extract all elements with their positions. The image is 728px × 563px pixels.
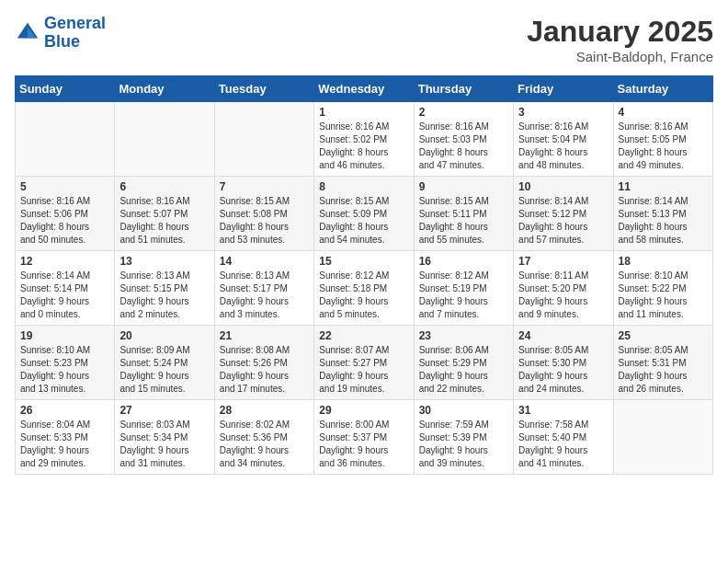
calendar-cell: 25Sunrise: 8:05 AM Sunset: 5:31 PM Dayli… [613,326,712,400]
calendar-cell: 24Sunrise: 8:05 AM Sunset: 5:30 PM Dayli… [514,326,613,400]
calendar-cell: 23Sunrise: 8:06 AM Sunset: 5:29 PM Dayli… [414,326,513,400]
calendar-cell [16,102,115,177]
day-number: 31 [518,404,608,417]
day-number: 18 [619,255,708,268]
calendar-cell: 7Sunrise: 8:15 AM Sunset: 5:08 PM Daylig… [214,177,313,251]
calendar-cell [214,102,313,177]
day-number: 1 [319,106,408,119]
day-number: 13 [119,255,209,268]
day-info: Sunrise: 8:12 AM Sunset: 5:19 PM Dayligh… [419,270,508,321]
day-info: Sunrise: 8:12 AM Sunset: 5:18 PM Dayligh… [319,270,408,321]
calendar-cell: 2Sunrise: 8:16 AM Sunset: 5:03 PM Daylig… [414,102,513,177]
weekday-header: Monday [115,76,214,102]
day-number: 2 [419,106,508,119]
day-number: 19 [20,329,109,342]
calendar-cell: 19Sunrise: 8:10 AM Sunset: 5:23 PM Dayli… [16,326,115,400]
calendar-week-row: 19Sunrise: 8:10 AM Sunset: 5:23 PM Dayli… [16,326,713,400]
day-info: Sunrise: 8:16 AM Sunset: 5:02 PM Dayligh… [319,121,408,172]
day-number: 22 [319,329,408,342]
calendar-cell: 6Sunrise: 8:16 AM Sunset: 5:07 PM Daylig… [115,177,214,251]
calendar-week-row: 5Sunrise: 8:16 AM Sunset: 5:06 PM Daylig… [16,177,713,251]
day-number: 23 [419,329,508,342]
calendar-cell: 16Sunrise: 8:12 AM Sunset: 5:19 PM Dayli… [414,251,513,326]
calendar-cell: 17Sunrise: 8:11 AM Sunset: 5:20 PM Dayli… [514,251,613,326]
day-info: Sunrise: 8:07 AM Sunset: 5:27 PM Dayligh… [319,344,408,396]
calendar-cell: 8Sunrise: 8:15 AM Sunset: 5:09 PM Daylig… [314,177,414,251]
logo-line1: General [44,14,106,32]
day-number: 26 [20,404,109,417]
weekday-header: Saturday [613,76,712,102]
calendar-cell: 30Sunrise: 7:59 AM Sunset: 5:39 PM Dayli… [414,400,513,475]
day-info: Sunrise: 8:15 AM Sunset: 5:11 PM Dayligh… [419,195,508,247]
day-info: Sunrise: 8:16 AM Sunset: 5:05 PM Dayligh… [619,121,708,172]
day-number: 27 [119,404,209,417]
calendar-cell: 18Sunrise: 8:10 AM Sunset: 5:22 PM Dayli… [613,251,712,326]
day-info: Sunrise: 7:58 AM Sunset: 5:40 PM Dayligh… [518,419,608,470]
day-number: 24 [518,329,608,342]
calendar-cell: 9Sunrise: 8:15 AM Sunset: 5:11 PM Daylig… [414,177,513,251]
weekday-header: Thursday [414,76,513,102]
calendar-cell: 31Sunrise: 7:58 AM Sunset: 5:40 PM Dayli… [514,400,613,475]
day-info: Sunrise: 8:14 AM Sunset: 5:13 PM Dayligh… [619,195,708,247]
calendar-cell [115,102,214,177]
day-number: 21 [220,329,309,342]
day-number: 4 [619,106,708,119]
calendar-cell: 26Sunrise: 8:04 AM Sunset: 5:33 PM Dayli… [16,400,115,475]
logo-text: General Blue [44,15,106,52]
day-info: Sunrise: 8:16 AM Sunset: 5:03 PM Dayligh… [419,121,508,172]
day-info: Sunrise: 8:00 AM Sunset: 5:37 PM Dayligh… [319,419,408,470]
day-info: Sunrise: 8:16 AM Sunset: 5:07 PM Dayligh… [119,195,209,247]
day-info: Sunrise: 8:05 AM Sunset: 5:31 PM Dayligh… [619,344,708,396]
day-number: 15 [319,255,408,268]
day-info: Sunrise: 8:16 AM Sunset: 5:06 PM Dayligh… [20,195,109,247]
day-number: 28 [220,404,309,417]
calendar-cell: 10Sunrise: 8:14 AM Sunset: 5:12 PM Dayli… [514,177,613,251]
day-info: Sunrise: 7:59 AM Sunset: 5:39 PM Dayligh… [419,419,508,470]
day-info: Sunrise: 8:10 AM Sunset: 5:23 PM Dayligh… [20,344,109,396]
calendar-header-row: SundayMondayTuesdayWednesdayThursdayFrid… [16,76,713,102]
day-info: Sunrise: 8:14 AM Sunset: 5:14 PM Dayligh… [20,270,109,321]
day-number: 5 [20,180,109,193]
calendar-cell [613,400,712,475]
day-number: 9 [419,180,508,193]
day-info: Sunrise: 8:16 AM Sunset: 5:04 PM Dayligh… [518,121,608,172]
day-info: Sunrise: 8:14 AM Sunset: 5:12 PM Dayligh… [518,195,608,247]
day-number: 10 [518,180,608,193]
calendar-cell: 15Sunrise: 8:12 AM Sunset: 5:18 PM Dayli… [314,251,414,326]
logo: General Blue [15,15,106,52]
page-header: General Blue January 2025 Saint-Baldoph,… [15,15,713,64]
day-info: Sunrise: 8:13 AM Sunset: 5:15 PM Dayligh… [119,270,209,321]
day-number: 17 [518,255,608,268]
calendar-cell: 11Sunrise: 8:14 AM Sunset: 5:13 PM Dayli… [613,177,712,251]
day-info: Sunrise: 8:06 AM Sunset: 5:29 PM Dayligh… [419,344,508,396]
day-number: 30 [419,404,508,417]
day-info: Sunrise: 8:13 AM Sunset: 5:17 PM Dayligh… [220,270,309,321]
day-info: Sunrise: 8:15 AM Sunset: 5:08 PM Dayligh… [220,195,309,247]
logo-icon [15,20,40,46]
day-number: 12 [20,255,109,268]
weekday-header: Tuesday [214,76,313,102]
day-info: Sunrise: 8:08 AM Sunset: 5:26 PM Dayligh… [220,344,309,396]
calendar-cell: 29Sunrise: 8:00 AM Sunset: 5:37 PM Dayli… [314,400,414,475]
calendar-cell: 4Sunrise: 8:16 AM Sunset: 5:05 PM Daylig… [613,102,712,177]
calendar-cell: 12Sunrise: 8:14 AM Sunset: 5:14 PM Dayli… [16,251,115,326]
day-number: 29 [319,404,408,417]
calendar-cell: 28Sunrise: 8:02 AM Sunset: 5:36 PM Dayli… [214,400,313,475]
day-info: Sunrise: 8:09 AM Sunset: 5:24 PM Dayligh… [119,344,209,396]
calendar-cell: 22Sunrise: 8:07 AM Sunset: 5:27 PM Dayli… [314,326,414,400]
weekday-header: Wednesday [314,76,414,102]
day-info: Sunrise: 8:02 AM Sunset: 5:36 PM Dayligh… [220,419,309,470]
day-number: 25 [619,329,708,342]
weekday-header: Friday [514,76,613,102]
calendar-cell: 27Sunrise: 8:03 AM Sunset: 5:34 PM Dayli… [115,400,214,475]
calendar-cell: 14Sunrise: 8:13 AM Sunset: 5:17 PM Dayli… [214,251,313,326]
day-number: 16 [419,255,508,268]
calendar-cell: 20Sunrise: 8:09 AM Sunset: 5:24 PM Dayli… [115,326,214,400]
day-info: Sunrise: 8:03 AM Sunset: 5:34 PM Dayligh… [119,419,209,470]
calendar-week-row: 12Sunrise: 8:14 AM Sunset: 5:14 PM Dayli… [16,251,713,326]
calendar-week-row: 1Sunrise: 8:16 AM Sunset: 5:02 PM Daylig… [16,102,713,177]
day-info: Sunrise: 8:04 AM Sunset: 5:33 PM Dayligh… [20,419,109,470]
day-info: Sunrise: 8:15 AM Sunset: 5:09 PM Dayligh… [319,195,408,247]
month-title: January 2025 [527,15,713,49]
calendar-cell: 3Sunrise: 8:16 AM Sunset: 5:04 PM Daylig… [514,102,613,177]
